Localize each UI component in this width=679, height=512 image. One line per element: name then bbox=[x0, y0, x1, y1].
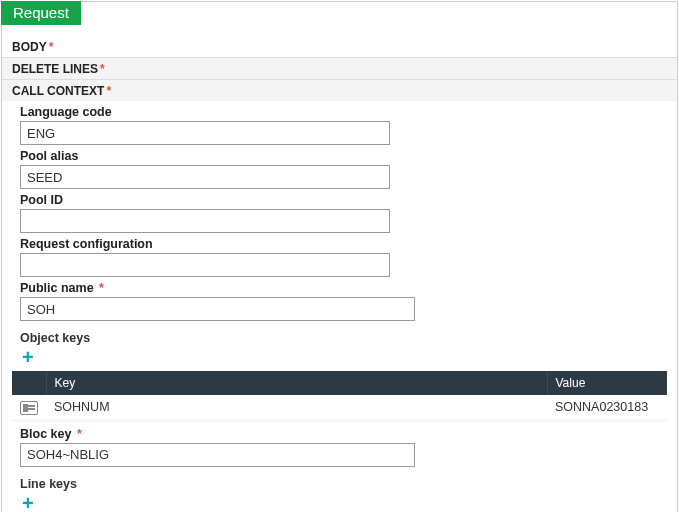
label-pool-alias: Pool alias bbox=[20, 149, 667, 163]
add-line-key-button[interactable]: + bbox=[2, 493, 677, 512]
label-bloc-key: Bloc key * bbox=[20, 427, 667, 441]
tab-request-label: Request bbox=[13, 4, 69, 21]
input-request-configuration[interactable] bbox=[20, 253, 390, 277]
label-public-name: Public name * bbox=[20, 281, 667, 295]
label-language-code: Language code bbox=[20, 105, 667, 119]
header-object-keys: Object keys bbox=[2, 327, 677, 347]
table-row[interactable]: SOHNUM SONNA0230183 bbox=[12, 395, 667, 420]
required-icon: * bbox=[96, 281, 104, 295]
section-delete-lines: DELETE LINES* bbox=[2, 57, 677, 79]
input-bloc-key[interactable] bbox=[20, 443, 415, 467]
tab-request[interactable]: Request bbox=[1, 1, 81, 25]
input-pool-id[interactable] bbox=[20, 209, 390, 233]
label-request-configuration: Request configuration bbox=[20, 237, 667, 251]
cell-key: SOHNUM bbox=[46, 395, 547, 420]
input-public-name[interactable] bbox=[20, 297, 415, 321]
column-value: Value bbox=[547, 371, 667, 395]
row-detail-icon[interactable] bbox=[20, 401, 38, 415]
object-keys-table: Key Value SOHNUM SONNA0230183 bbox=[12, 371, 667, 421]
add-object-key-button[interactable]: + bbox=[2, 347, 677, 371]
input-pool-alias[interactable] bbox=[20, 165, 390, 189]
required-icon: * bbox=[100, 62, 105, 76]
column-row-selector bbox=[12, 371, 46, 395]
label-pool-id: Pool ID bbox=[20, 193, 667, 207]
required-icon: * bbox=[49, 40, 54, 54]
header-line-keys: Line keys bbox=[2, 473, 677, 493]
required-icon: * bbox=[106, 84, 111, 98]
section-body: BODY* bbox=[2, 32, 677, 57]
section-call-context: CALL CONTEXT* bbox=[2, 79, 677, 101]
input-language-code[interactable] bbox=[20, 121, 390, 145]
required-icon: * bbox=[73, 427, 81, 441]
cell-value: SONNA0230183 bbox=[547, 395, 667, 420]
column-key: Key bbox=[46, 371, 547, 395]
